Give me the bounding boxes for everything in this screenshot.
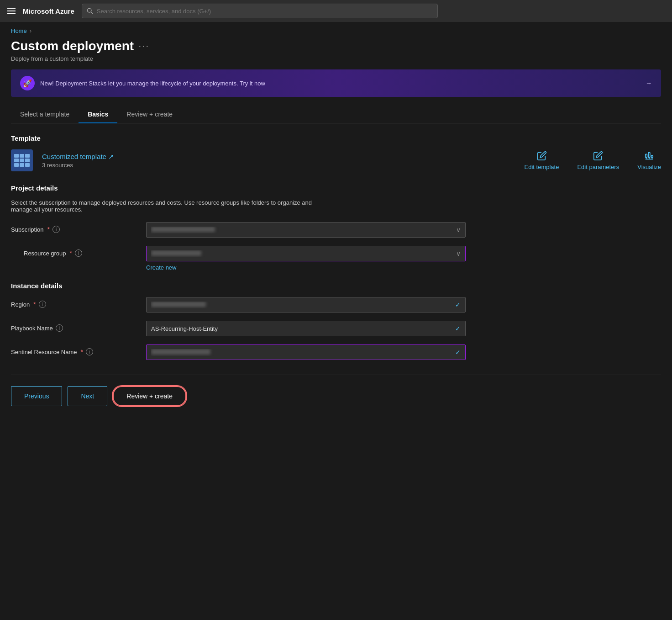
subscription-row: Subscription * i ∨ (11, 222, 661, 238)
svg-rect-4 (651, 155, 653, 158)
resource-group-required: * (70, 249, 72, 257)
subscription-label-col: Subscription * i (11, 222, 139, 233)
review-create-button[interactable]: Review + create (113, 386, 186, 406)
region-row: Region * i ✓ (11, 297, 661, 313)
bottom-bar: Previous Next Review + create (11, 375, 661, 406)
region-info-icon[interactable]: i (39, 301, 46, 308)
search-icon (87, 8, 93, 14)
region-control: ✓ (146, 297, 466, 313)
resource-group-label-col: Resource group * i (24, 246, 139, 257)
subscription-blurred (151, 227, 215, 232)
subscription-required: * (47, 226, 50, 233)
region-label-col: Region * i (11, 297, 139, 308)
sentinel-row: Sentinel Resource Name * i ✓ (11, 344, 661, 360)
subscription-chevron: ∨ (456, 226, 461, 233)
search-bar[interactable] (82, 4, 438, 18)
tab-basics[interactable]: Basics (79, 106, 117, 123)
subscription-value (151, 227, 456, 233)
resource-group-blurred (151, 250, 201, 256)
resource-group-control: ∨ Create new (146, 246, 466, 271)
region-select[interactable]: ✓ (146, 297, 466, 313)
main-content: Home › Custom deployment ··· Deploy from… (0, 22, 672, 417)
breadcrumb-home[interactable]: Home (11, 27, 27, 34)
svg-rect-3 (648, 152, 650, 157)
banner-icon: 🚀 (20, 76, 35, 90)
edit-template-action[interactable]: Edit template (525, 151, 559, 170)
region-check: ✓ (455, 301, 461, 308)
sentinel-label: Sentinel Resource Name (11, 349, 77, 355)
instance-details-section: Instance details Region * i ✓ Playbook N… (11, 282, 661, 360)
visualize-action[interactable]: Visualize (637, 151, 661, 170)
resource-group-label: Resource group (24, 250, 66, 257)
instance-details-title: Instance details (11, 282, 661, 290)
project-details-title: Project details (11, 184, 661, 192)
template-section: Template Customized template ↗ 3 resourc… (11, 134, 661, 171)
region-required: * (33, 301, 36, 308)
sentinel-value (151, 349, 455, 356)
resource-group-container: Resource group * i ∨ Create new (11, 246, 661, 271)
playbook-select[interactable]: AS-Recurring-Host-Entity ✓ (146, 321, 466, 336)
sentinel-select[interactable]: ✓ (146, 344, 466, 360)
sentinel-check: ✓ (455, 349, 461, 356)
template-icon-box (11, 149, 33, 171)
deployment-stacks-banner[interactable]: 🚀 New! Deployment Stacks let you manage … (11, 69, 661, 97)
svg-rect-2 (646, 154, 647, 157)
playbook-info-icon[interactable]: i (56, 324, 63, 332)
playbook-label: Playbook Name (11, 325, 53, 332)
external-link-icon: ↗ (108, 153, 114, 161)
subscription-label: Subscription (11, 226, 44, 233)
region-value (151, 302, 455, 308)
sentinel-required: * (81, 348, 83, 355)
create-new-link[interactable]: Create new (146, 264, 176, 271)
playbook-row: Playbook Name i AS-Recurring-Host-Entity… (11, 321, 661, 336)
project-details-section: Project details Select the subscription … (11, 184, 661, 271)
resource-group-chevron: ∨ (456, 250, 461, 257)
tabs: Select a template Basics Review + create (11, 106, 661, 123)
template-grid-icon (14, 154, 30, 167)
resource-group-select[interactable]: ∨ (146, 246, 466, 261)
breadcrumb-separator: › (30, 27, 31, 34)
project-details-description: Select the subscription to manage deploy… (11, 199, 331, 213)
breadcrumb: Home › (11, 27, 661, 34)
template-info: Customized template ↗ 3 resources (42, 153, 515, 169)
search-input[interactable] (97, 8, 433, 15)
sentinel-info-icon[interactable]: i (86, 348, 93, 355)
template-resources: 3 resources (42, 162, 515, 169)
hamburger-menu[interactable] (7, 8, 16, 14)
svg-point-0 (87, 8, 91, 12)
template-actions: Edit template Edit parameters (525, 151, 661, 170)
sentinel-control: ✓ (146, 344, 466, 360)
resource-group-info-icon[interactable]: i (75, 249, 82, 257)
next-button[interactable]: Next (68, 386, 107, 406)
template-row: Customized template ↗ 3 resources Edit t… (11, 149, 661, 171)
previous-button[interactable]: Previous (11, 386, 62, 406)
resource-group-row: Resource group * i ∨ Create new (11, 246, 661, 271)
edit-template-icon (537, 151, 547, 161)
sentinel-label-col: Sentinel Resource Name * i (11, 344, 139, 355)
playbook-label-col: Playbook Name i (11, 321, 139, 332)
playbook-value: AS-Recurring-Host-Entity (151, 325, 455, 332)
edit-parameters-icon (593, 151, 603, 161)
edit-parameters-action[interactable]: Edit parameters (577, 151, 619, 170)
template-section-title: Template (11, 134, 661, 142)
page-subtitle: Deploy from a custom template (11, 55, 661, 62)
subscription-control: ∨ (146, 222, 466, 238)
subscription-info-icon[interactable]: i (52, 226, 60, 233)
tab-select-template[interactable]: Select a template (11, 106, 79, 123)
banner-arrow: → (646, 79, 652, 87)
page-title-menu[interactable]: ··· (138, 40, 149, 52)
svg-line-1 (91, 12, 93, 14)
resource-group-value (151, 250, 456, 257)
page-title-row: Custom deployment ··· (11, 39, 661, 53)
banner-text: New! Deployment Stacks let you manage th… (40, 80, 640, 87)
brand-name: Microsoft Azure (23, 7, 74, 15)
subscription-select[interactable]: ∨ (146, 222, 466, 238)
template-name-link[interactable]: Customized template ↗ (42, 153, 515, 161)
topnav: Microsoft Azure (0, 0, 672, 22)
tab-review-create[interactable]: Review + create (117, 106, 182, 123)
region-label: Region (11, 301, 30, 308)
page-title: Custom deployment (11, 39, 134, 53)
sentinel-blurred (151, 349, 210, 355)
playbook-check: ✓ (455, 325, 461, 332)
visualize-icon (644, 151, 654, 161)
